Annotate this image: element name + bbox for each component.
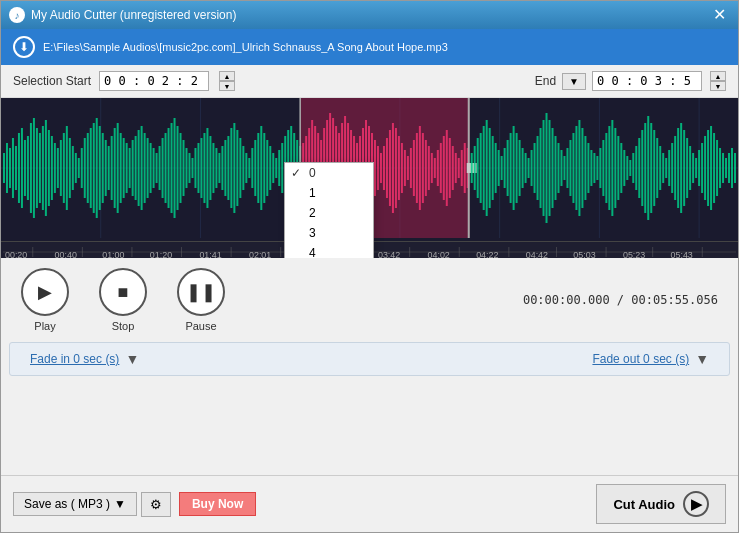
main-window: ♪ My Audio Cutter (unregistered version)… (0, 0, 739, 533)
svg-rect-181 (510, 133, 512, 203)
svg-text:05:43: 05:43 (671, 249, 693, 258)
svg-rect-76 (203, 133, 205, 203)
close-button[interactable]: ✕ (709, 7, 730, 23)
svg-rect-34 (78, 158, 80, 178)
save-dropdown-arrow[interactable]: ▼ (114, 497, 126, 511)
svg-rect-38 (90, 128, 92, 208)
dropdown-item-0[interactable]: 0 (285, 163, 373, 183)
svg-rect-171 (480, 133, 482, 203)
svg-rect-61 (159, 146, 161, 190)
svg-rect-173 (486, 120, 488, 216)
start-spin-down[interactable]: ▼ (219, 81, 235, 91)
svg-rect-251 (719, 148, 721, 188)
svg-rect-77 (206, 128, 208, 208)
svg-text:05:23: 05:23 (623, 249, 645, 258)
fade-in-dropdown[interactable]: 0 1 2 3 4 5 6 7 8 9 10 (284, 162, 374, 258)
fade-in-label[interactable]: Fade in 0 sec (s) (30, 352, 119, 366)
dropdown-item-2[interactable]: 2 (285, 203, 373, 223)
svg-text:01:00: 01:00 (102, 249, 124, 258)
download-icon: ⬇ (13, 36, 35, 58)
svg-rect-18 (30, 123, 32, 213)
svg-rect-204 (578, 120, 580, 216)
svg-rect-52 (132, 140, 134, 196)
svg-rect-219 (623, 150, 625, 186)
svg-rect-32 (72, 146, 74, 190)
svg-rect-255 (731, 148, 733, 188)
end-dropdown-button[interactable]: ▼ (562, 73, 586, 90)
svg-rect-73 (194, 148, 196, 188)
svg-rect-142 (398, 136, 400, 200)
svg-rect-200 (566, 148, 568, 188)
end-spinner[interactable]: ▲ ▼ (710, 71, 726, 91)
selection-start-input[interactable] (99, 71, 209, 91)
fade-out-label[interactable]: Fade out 0 sec (s) (592, 352, 689, 366)
dropdown-item-4[interactable]: 4 (285, 243, 373, 258)
svg-rect-244 (698, 150, 700, 186)
svg-rect-256 (734, 153, 736, 183)
svg-rect-240 (686, 138, 688, 198)
buy-now-button[interactable]: Buy Now (179, 492, 256, 516)
selection-start-label: Selection Start (13, 74, 91, 88)
svg-rect-227 (647, 116, 649, 220)
start-spin-up[interactable]: ▲ (219, 71, 235, 81)
svg-rect-20 (36, 128, 38, 208)
svg-rect-83 (224, 140, 226, 196)
pause-button[interactable]: ❚❚ (177, 268, 225, 316)
svg-rect-187 (528, 158, 530, 178)
svg-rect-226 (644, 123, 646, 213)
waveform-container[interactable]: 00:20 00:40 01:00 01:20 01:41 02:01 03:2… (1, 98, 738, 258)
svg-rect-42 (102, 133, 104, 203)
cut-audio-button[interactable]: Cut Audio ▶ (596, 484, 726, 524)
svg-rect-64 (168, 128, 170, 208)
svg-rect-71 (188, 153, 190, 183)
svg-rect-56 (144, 133, 146, 203)
stop-control[interactable]: ■ Stop (99, 268, 147, 332)
save-section: Save as ( MP3 ) ▼ ⚙ (13, 492, 171, 517)
svg-rect-14 (18, 133, 20, 203)
svg-rect-84 (227, 136, 229, 200)
end-spin-up[interactable]: ▲ (710, 71, 726, 81)
svg-rect-252 (722, 153, 724, 183)
svg-rect-75 (200, 138, 202, 198)
svg-rect-220 (626, 156, 628, 180)
fade-in-dropdown-arrow[interactable]: ▼ (125, 351, 139, 367)
svg-rect-138 (386, 138, 388, 198)
svg-text:04:02: 04:02 (428, 249, 450, 258)
svg-rect-185 (522, 148, 524, 188)
start-spinner[interactable]: ▲ ▼ (219, 71, 235, 91)
svg-rect-140 (392, 123, 394, 213)
svg-rect-62 (162, 138, 164, 198)
dropdown-item-1[interactable]: 1 (285, 183, 373, 203)
stop-button[interactable]: ■ (99, 268, 147, 316)
svg-rect-88 (239, 138, 241, 198)
svg-rect-189 (534, 143, 536, 193)
end-spin-down[interactable]: ▼ (710, 81, 726, 91)
svg-rect-157 (443, 136, 445, 200)
svg-rect-30 (66, 126, 68, 210)
svg-rect-139 (389, 130, 391, 206)
play-control[interactable]: ▶ Play (21, 268, 69, 332)
pause-control[interactable]: ❚❚ Pause (177, 268, 225, 332)
dropdown-item-3[interactable]: 3 (285, 223, 373, 243)
svg-rect-23 (45, 120, 47, 216)
fade-out-dropdown-arrow[interactable]: ▼ (695, 351, 709, 367)
svg-rect-160 (452, 146, 454, 190)
svg-rect-40 (96, 118, 98, 218)
bottom-bar: Save as ( MP3 ) ▼ ⚙ Buy Now Cut Audio ▶ (1, 475, 738, 532)
selection-end-input[interactable] (592, 71, 702, 91)
save-format-button[interactable]: Save as ( MP3 ) ▼ (13, 492, 137, 516)
svg-rect-86 (233, 123, 235, 213)
title-bar: ♪ My Audio Cutter (unregistered version)… (1, 1, 738, 29)
svg-rect-100 (275, 158, 277, 178)
fade-in-section: Fade in 0 sec (s) ▼ (30, 351, 139, 367)
svg-rect-45 (111, 136, 113, 200)
svg-rect-72 (191, 158, 193, 178)
settings-button[interactable]: ⚙ (141, 492, 171, 517)
svg-text:02:01: 02:01 (249, 249, 271, 258)
svg-rect-101 (278, 150, 280, 186)
svg-rect-233 (665, 158, 667, 178)
svg-rect-16 (24, 140, 26, 196)
svg-rect-54 (138, 130, 140, 206)
svg-rect-35 (81, 148, 83, 188)
play-button[interactable]: ▶ (21, 268, 69, 316)
